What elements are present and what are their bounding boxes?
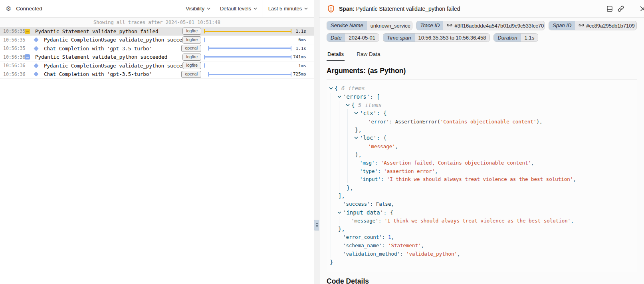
indent-guide — [331, 175, 331, 184]
collapse-chevron-icon[interactable] — [354, 111, 358, 115]
json-tree-line: } — [327, 258, 637, 266]
badge-value-text: unknown_service — [371, 23, 410, 29]
json-punct: , — [391, 201, 394, 207]
tab-details[interactable]: Details — [327, 50, 345, 61]
json-tree-line: ], — [327, 192, 637, 200]
trace-row-icon-cell — [25, 29, 33, 34]
json-str: 'message' — [368, 143, 395, 149]
trace-row-label: Pydantic Statement validate_python succe… — [33, 54, 182, 60]
badge-label: Date — [327, 34, 345, 42]
trace-row[interactable]: 10:56:36Chat Completion with 'gpt-3.5-tu… — [0, 70, 314, 79]
attribute-badge: Trace ID#3ff16acbdde4a547b01d9c9c533fcc7… — [416, 21, 545, 30]
chevron-down-icon — [207, 7, 210, 10]
json-punct: , — [531, 160, 534, 166]
badge-value[interactable]: #3ff16acbdde4a547b01d9c9c533fcc70 — [443, 21, 545, 30]
collapse-chevron-icon[interactable] — [329, 87, 333, 90]
span-kind-label: Span: — [339, 6, 355, 12]
json-punct: }, — [355, 127, 362, 133]
badge-value: 10:56:35.353 to 10:56:36.458 — [415, 34, 490, 42]
close-icon[interactable] — [639, 5, 644, 12]
indent-guide — [339, 109, 339, 117]
resize-handle[interactable] — [314, 220, 320, 230]
collapse-chevron-icon[interactable] — [354, 136, 358, 139]
json-tree-line: 'errors': [ — [327, 93, 637, 101]
detail-tabs: DetailsRaw Data — [319, 50, 644, 61]
json-punct: , — [539, 119, 543, 125]
indent-guide — [339, 183, 339, 192]
duration-bar — [204, 38, 205, 42]
json-key: 'error' — [368, 119, 389, 125]
copy-link-icon[interactable] — [617, 5, 624, 12]
panel-resize-gutter[interactable] — [314, 0, 319, 284]
json-key: 'input_data' — [343, 209, 383, 216]
json-punct: , — [571, 218, 574, 224]
json-key: 'type' — [360, 168, 378, 174]
visibility-dropdown-label: Visibility — [186, 6, 204, 12]
badge-label: Service Name — [327, 21, 367, 30]
indent-guide — [347, 167, 348, 175]
trace-row[interactable]: 10:56:35Pydantic CompletionUsage validat… — [0, 36, 314, 45]
trace-timeline — [204, 44, 291, 53]
collapse-chevron-icon[interactable] — [337, 95, 341, 98]
attribute-badge: Service Nameunknown_service — [327, 21, 412, 30]
collapse-chevron-icon[interactable] — [346, 103, 350, 107]
attribute-badge: Time span10:56:35.353 to 10:56:36.458 — [383, 33, 490, 42]
chevron-down-icon — [254, 7, 257, 10]
settings-gear-icon[interactable]: ⚙ — [6, 5, 11, 12]
visibility-dropdown[interactable]: Visibility — [181, 0, 215, 17]
badge-value[interactable]: #cc89a295db1b7109 — [575, 21, 637, 30]
reader-mode-icon[interactable] — [606, 5, 613, 12]
json-tree-line: 'input_data': { — [327, 208, 637, 216]
indent-guide — [339, 101, 339, 109]
badge-value: 2024-05-01 — [345, 34, 379, 42]
tab-raw-data[interactable]: Raw Data — [356, 50, 381, 61]
default-levels-dropdown[interactable]: Default levels — [215, 0, 262, 17]
duration-bar — [208, 46, 291, 51]
collapse-toggle-icon[interactable] — [25, 29, 30, 34]
json-tree-line: 'input': 'I think we should always treat… — [327, 175, 637, 184]
json-punct: , — [421, 242, 424, 248]
indent-guide — [331, 167, 331, 175]
trace-row-time: 10:56:35 — [0, 46, 23, 51]
json-key: 'loc' — [360, 135, 376, 141]
json-key: 'errors' — [343, 93, 370, 100]
json-str: 'I think we should always treat violence… — [384, 218, 571, 224]
trace-row-icon-cell — [34, 72, 42, 76]
time-range-dropdown-label: Last 5 minutes — [268, 6, 302, 12]
collapse-chevron-icon[interactable] — [337, 211, 341, 214]
trace-list: 10:56:35Pydantic Statement validate_pyth… — [0, 27, 314, 79]
trace-row[interactable]: 10:56:36Pydantic CompletionUsage validat… — [0, 62, 314, 70]
trace-row[interactable]: 10:56:35Pydantic Statement validate_pyth… — [0, 27, 314, 36]
indent-guide — [331, 192, 331, 200]
json-key: 'ctx' — [360, 110, 376, 116]
indent-guide — [331, 233, 331, 241]
json-tree-line: 'error_count': 1, — [327, 233, 637, 241]
default-levels-dropdown-label: Default levels — [220, 6, 251, 12]
json-punct: : — [375, 160, 381, 166]
trace-row[interactable]: 10:56:36Pydantic Statement validate_pyth… — [0, 53, 314, 62]
indent-guide — [331, 117, 331, 126]
indent-guide — [331, 134, 331, 142]
json-tree-line: 'schema_name': 'Statement', — [327, 241, 637, 250]
link-icon — [447, 22, 452, 29]
json-tree-line: { 6 items — [327, 84, 637, 93]
time-range-dropdown[interactable]: Last 5 minutes — [262, 0, 314, 17]
scope-tag-badge: openai — [181, 71, 201, 78]
json-str: 'Statement' — [388, 242, 421, 248]
trace-row-label: Pydantic CompletionUsage validate_python… — [42, 63, 182, 69]
json-punct: : { — [376, 110, 386, 116]
connection-status-label: Connected — [16, 6, 42, 12]
indent-guide — [347, 134, 348, 142]
indent-guide — [347, 151, 348, 159]
indent-guide — [331, 183, 331, 192]
json-tree-line: 'validation_method': 'validate_python', — [327, 250, 637, 258]
trace-row[interactable]: 10:56:35Chat Completion with 'gpt-3.5-tu… — [0, 44, 314, 53]
indent-guide — [331, 93, 331, 101]
indent-guide — [331, 208, 331, 216]
trace-row-duration: 1.1s — [291, 46, 314, 51]
scope-tag-badge: logfire — [182, 28, 201, 35]
scope-tag-badge: logfire — [182, 36, 201, 44]
json-str: 'Assertion failed, Contains objectionabl… — [381, 160, 531, 166]
collapse-toggle-icon[interactable] — [25, 54, 30, 60]
trace-row-time: 10:56:36 — [0, 54, 23, 60]
